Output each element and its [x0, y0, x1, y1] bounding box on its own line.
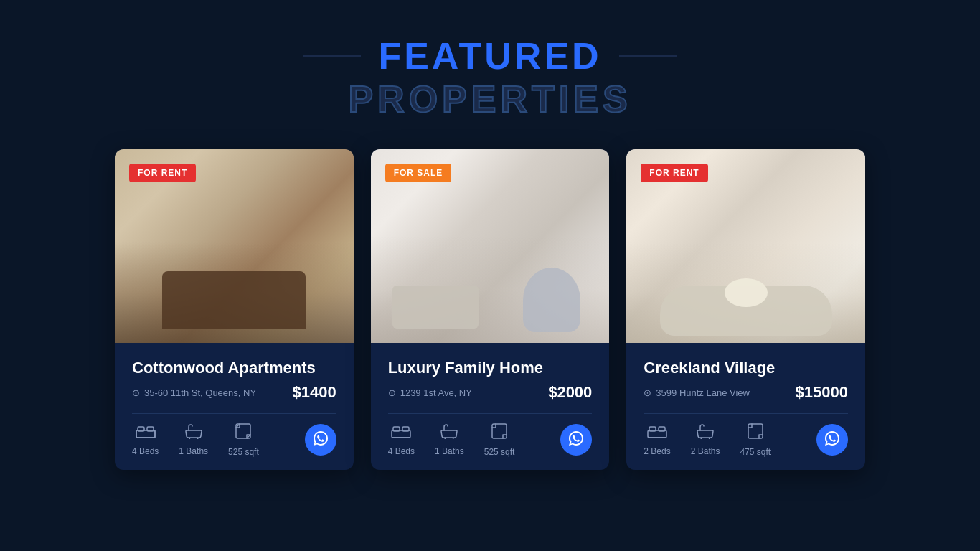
features-left-1: 4 Beds 1 Baths: [132, 423, 259, 457]
card-title-1: Cottonwood Apartments: [132, 359, 336, 377]
card-divider-2: [388, 413, 593, 414]
cards-container: FOR RENT Cottonwood Apartments ⊙ 35-60 1…: [0, 149, 980, 470]
card-body-3: Creekland Village ⊙ 3599 Huntz Lane View…: [626, 343, 865, 470]
header-line-left: [303, 55, 361, 57]
sqft-label-1: 525 sqft: [228, 447, 259, 457]
whatsapp-button-3[interactable]: [816, 424, 848, 456]
location-icon-3: ⊙: [644, 387, 651, 398]
svg-rect-8: [236, 424, 250, 438]
card-address-3: 3599 Huntz Lane View: [656, 387, 750, 398]
property-card-3: FOR RENT Creekland Village ⊙ 3599 Huntz …: [626, 149, 865, 470]
card-image-1: FOR RENT: [115, 149, 354, 343]
properties-label: PROPERTIES: [0, 77, 980, 121]
whatsapp-button-1[interactable]: [305, 424, 336, 456]
card-divider-3: [644, 413, 848, 414]
card-location-3: ⊙ 3599 Huntz Lane View: [644, 387, 750, 398]
sqft-label-2: 525 sqft: [484, 447, 515, 457]
svg-rect-17: [492, 424, 507, 438]
bath-icon-2: [440, 423, 458, 443]
area-icon-2: [491, 423, 508, 444]
beds-feature-3: 2 Beds: [644, 423, 670, 456]
bed-icon-1: [136, 423, 156, 443]
card-image-2: FOR SALE: [371, 149, 610, 343]
svg-rect-24: [748, 424, 763, 438]
beds-label-3: 2 Beds: [644, 446, 670, 456]
svg-line-23: [709, 438, 710, 439]
area-feature-1: 525 sqft: [228, 423, 259, 457]
card-features-1: 4 Beds 1 Baths: [132, 423, 336, 457]
area-feature-2: 525 sqft: [484, 423, 515, 457]
card-price-2: $2000: [548, 383, 592, 402]
svg-line-16: [453, 438, 453, 439]
badge-3: FOR RENT: [641, 164, 707, 182]
bath-icon-3: [696, 423, 715, 443]
card-features-3: 2 Beds 2 Baths: [644, 423, 848, 457]
baths-label-1: 1 Baths: [179, 446, 208, 456]
card-features-2: 4 Beds 1 Baths: [388, 423, 593, 457]
card-address-2: 1239 1st Ave, NY: [400, 387, 472, 398]
card-body-2: Luxury Family Home ⊙ 1239 1st Ave, NY $2…: [371, 343, 610, 470]
svg-line-15: [445, 438, 446, 439]
card-address-1: 35-60 11th St, Queens, NY: [144, 387, 256, 398]
card-location-price-3: ⊙ 3599 Huntz Lane View $15000: [644, 383, 848, 402]
beds-feature-1: 4 Beds: [132, 423, 159, 456]
card-body-1: Cottonwood Apartments ⊙ 35-60 11th St, Q…: [115, 343, 354, 470]
features-left-2: 4 Beds 1 Baths: [388, 423, 515, 457]
beds-label-2: 4 Beds: [388, 446, 415, 456]
baths-feature-2: 1 Baths: [435, 423, 464, 456]
whatsapp-icon-2: [568, 430, 584, 450]
bed-icon-3: [647, 423, 667, 443]
sqft-label-3: 475 sqft: [740, 447, 771, 457]
card-location-price-1: ⊙ 35-60 11th St, Queens, NY $1400: [132, 383, 336, 402]
location-icon-1: ⊙: [132, 387, 140, 398]
card-title-2: Luxury Family Home: [388, 359, 593, 377]
bed-icon-2: [391, 423, 411, 443]
bath-icon-1: [184, 423, 203, 443]
badge-2: FOR SALE: [385, 164, 452, 182]
features-left-3: 2 Beds 2 Baths: [644, 423, 771, 457]
page-header: FEATURED PROPERTIES: [0, 34, 980, 121]
card-location-1: ⊙ 35-60 11th St, Queens, NY: [132, 387, 256, 398]
card-price-1: $1400: [292, 383, 336, 402]
beds-feature-2: 4 Beds: [388, 423, 415, 456]
area-feature-3: 475 sqft: [740, 423, 771, 457]
baths-feature-1: 1 Baths: [179, 423, 208, 456]
whatsapp-icon-3: [824, 430, 840, 450]
svg-line-6: [189, 438, 190, 439]
area-icon-1: [235, 423, 252, 444]
area-icon-3: [747, 423, 764, 444]
property-card-1: FOR RENT Cottonwood Apartments ⊙ 35-60 1…: [115, 149, 354, 470]
whatsapp-button-2[interactable]: [560, 424, 592, 456]
baths-label-3: 2 Baths: [691, 446, 720, 456]
svg-line-22: [701, 438, 702, 439]
card-divider-1: [132, 413, 336, 414]
beds-label-1: 4 Beds: [132, 446, 159, 456]
card-title-3: Creekland Village: [644, 359, 848, 377]
header-line-right: [619, 55, 677, 57]
card-location-price-2: ⊙ 1239 1st Ave, NY $2000: [388, 383, 593, 402]
baths-feature-3: 2 Baths: [691, 423, 720, 456]
property-card-2: FOR SALE Luxury Family Home ⊙ 1239 1st A…: [371, 149, 610, 470]
card-price-3: $15000: [796, 383, 848, 402]
location-icon-2: ⊙: [388, 387, 396, 398]
badge-1: FOR RENT: [129, 164, 196, 182]
card-image-3: FOR RENT: [626, 149, 865, 343]
whatsapp-icon-1: [313, 430, 329, 450]
featured-label: FEATURED: [378, 34, 601, 77]
baths-label-2: 1 Baths: [435, 446, 464, 456]
card-location-2: ⊙ 1239 1st Ave, NY: [388, 387, 472, 398]
svg-line-7: [197, 438, 198, 439]
